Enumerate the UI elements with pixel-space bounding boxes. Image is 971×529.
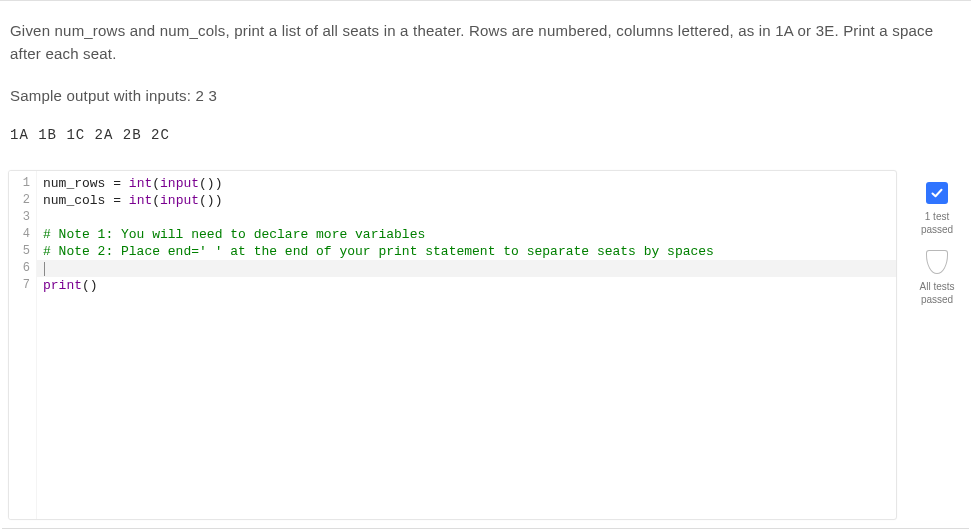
page-container: Given num_rows and num_cols, print a lis… [0, 0, 971, 529]
line-number: 1 [9, 175, 30, 192]
workspace: 1 2 3 4 5 6 7 num_rows = int(input()) nu… [0, 170, 971, 528]
code-line-current[interactable] [37, 260, 896, 277]
line-number: 3 [9, 209, 30, 226]
check-icon [930, 186, 944, 200]
line-number: 5 [9, 243, 30, 260]
status-column: 1 test passed All tests passed [911, 170, 963, 520]
code-line[interactable]: # Note 2: Place end=' ' at the end of yo… [37, 243, 896, 260]
code-line[interactable]: # Note 1: You will need to declare more … [37, 226, 896, 243]
code-line[interactable]: num_cols = int(input()) [37, 192, 896, 209]
line-gutter: 1 2 3 4 5 6 7 [9, 171, 37, 519]
line-number: 6 [9, 260, 30, 277]
sample-output: 1A 1B 1C 2A 2B 2C [10, 125, 961, 147]
all-tests-label: All tests passed [911, 280, 963, 306]
one-test-label: 1 test passed [911, 210, 963, 236]
line-number: 7 [9, 277, 30, 294]
code-editor[interactable]: 1 2 3 4 5 6 7 num_rows = int(input()) nu… [8, 170, 897, 520]
one-test-passed-badge [926, 182, 948, 204]
cursor-icon [44, 262, 45, 276]
line-number: 2 [9, 192, 30, 209]
sample-input-label: Sample output with inputs: 2 3 [10, 84, 961, 107]
code-line[interactable]: num_rows = int(input()) [37, 175, 896, 192]
code-line[interactable]: print() [37, 277, 896, 294]
code-lines[interactable]: num_rows = int(input()) num_cols = int(i… [37, 171, 896, 519]
code-line[interactable] [37, 209, 896, 226]
line-number: 4 [9, 226, 30, 243]
shield-icon [926, 250, 948, 274]
problem-description: Given num_rows and num_cols, print a lis… [10, 19, 961, 66]
problem-statement: Given num_rows and num_cols, print a lis… [0, 5, 971, 170]
